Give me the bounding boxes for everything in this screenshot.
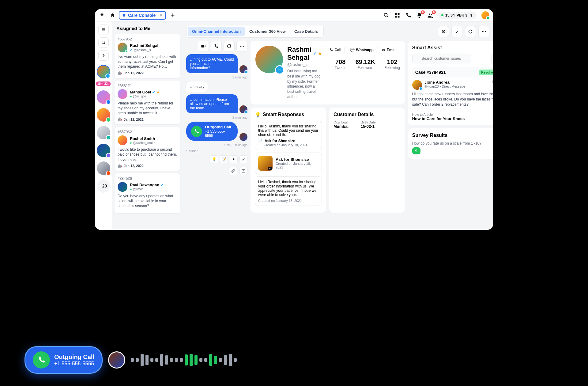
case-card[interactable]: #557962 Rachel Smith● @rachel_smith I wo… (115, 127, 180, 171)
call-button[interactable] (211, 41, 222, 52)
add-tab-button[interactable]: + (168, 11, 177, 20)
assist-search-input[interactable] (412, 54, 471, 63)
attach-button[interactable] (229, 167, 237, 175)
smart-responses-card: 💡Smart Responses Hello Rashmi, thank you… (251, 108, 326, 213)
dots-icon (481, 29, 486, 34)
svg-point-8 (482, 31, 483, 32)
template-button[interactable] (239, 167, 247, 175)
refresh-chat-button[interactable] (224, 41, 235, 52)
refresh-icon (468, 29, 473, 34)
status-workspace: PBK 3 (457, 13, 467, 17)
tab-omni[interactable]: Omni-Channel Interaction (188, 27, 245, 36)
case-avatar (118, 182, 127, 192)
user-avatar[interactable] (481, 11, 489, 19)
verified-icon: ✔ (152, 90, 155, 94)
followers-count: 69.12K (356, 59, 375, 66)
close-tab-button[interactable]: ✕ (159, 13, 163, 18)
wand-icon (454, 29, 459, 34)
whatsapp-icon: ● (130, 141, 132, 145)
hamburger-icon (101, 27, 106, 32)
notes-button[interactable]: 📝 (220, 155, 228, 163)
tab-case[interactable]: Case Details (290, 27, 322, 36)
howto-label: How to Article (412, 113, 493, 116)
howto-title[interactable]: How to Care for Your Shoes (412, 116, 493, 121)
menu-button[interactable] (98, 25, 109, 35)
apps-button[interactable] (394, 12, 400, 18)
brand-button[interactable]: ✦ (230, 155, 238, 163)
status-badge: Resolved (479, 70, 493, 75)
magic-button[interactable] (451, 26, 462, 37)
case-avatar (118, 43, 127, 52)
pop-out-button[interactable] (438, 26, 449, 37)
conversation-avatar[interactable] (97, 144, 110, 157)
people-button[interactable]: 8 (427, 12, 433, 18)
global-search-button[interactable] (383, 12, 389, 18)
verified-icon: ✔ (160, 183, 164, 187)
svg-point-10 (485, 31, 486, 32)
typing-label: Sprinklr (186, 149, 247, 153)
notifications-button[interactable]: 8 (416, 12, 422, 18)
status-pill[interactable]: 15:34 PBK 3 (438, 12, 477, 19)
email-contact-button[interactable]: ✉Email (379, 46, 400, 54)
doc-icon: 📄 (258, 139, 263, 143)
more-conversations[interactable]: +20 (97, 179, 110, 193)
refresh-button[interactable] (465, 26, 476, 37)
conversation-avatar-active[interactable] (97, 65, 110, 78)
sprinklr-logo-icon (99, 12, 105, 19)
survey-score: 9 (412, 147, 420, 154)
left-rail: 10m 32s +20 (95, 21, 112, 230)
email-icon: ✉ (382, 48, 385, 52)
suggest-button[interactable]: 💡 (210, 155, 218, 163)
twitter-overlay-icon: 🐦 (275, 65, 284, 74)
assigned-panel: Assigned to Me #557962 Rashmi Sehgal✔ @r… (112, 21, 183, 230)
whatsapp-contact-button[interactable]: 💬Whatsapp (347, 46, 377, 54)
lightbulb-icon: 💡 (255, 112, 261, 118)
call-contact-button[interactable]: Call (326, 46, 345, 54)
conversation-avatar[interactable] (97, 90, 110, 104)
tab-label: Care Console (128, 13, 156, 18)
case-id: #557962 (118, 130, 177, 134)
conversation-avatar[interactable] (97, 161, 110, 175)
case-card[interactable]: #688121 Mansi Goel ✔ ★● @m_goel Please h… (115, 81, 180, 125)
response-suggestion[interactable]: Ask for Shoe sizeCreated on January 18, … (255, 153, 322, 174)
agent-avatar (239, 133, 247, 141)
assist-filter-button[interactable] (491, 54, 493, 64)
grid-icon (394, 12, 400, 18)
active-tab-chip[interactable]: Care Console ✕ (119, 11, 166, 20)
more-button[interactable] (478, 26, 489, 37)
whatsapp-icon: 💬 (350, 48, 355, 52)
case-body: I've worn out my running shoes with so m… (118, 54, 177, 69)
gold-badge-icon: ★ (156, 90, 160, 94)
status-time: 15:34 (445, 13, 455, 17)
whatsapp-icon: ● (130, 187, 132, 191)
case-card[interactable]: #557962 Rashmi Sehgal✔ @rashmi_s I've wo… (115, 34, 180, 78)
expand-button[interactable]: ⤢ (239, 155, 247, 163)
case-user-name: Rachel Smith (130, 136, 155, 141)
conversation-avatar[interactable] (97, 108, 110, 122)
outgoing-message: …ning out to ACME. Could you …r account … (186, 54, 238, 73)
panel-title: Assigned to Me (115, 25, 180, 34)
response-suggestion[interactable]: Hello Rashmi, thank you for sharing your… (255, 176, 322, 206)
rail-expand-button[interactable] (98, 50, 109, 61)
rail-search-button[interactable] (98, 37, 109, 48)
case-card[interactable]: #884536 Ravi Dewangan ✔● @ravid Do you h… (115, 173, 180, 214)
dots-icon (239, 44, 244, 49)
svg-rect-3 (395, 16, 397, 17)
video-icon (201, 44, 206, 49)
svg-point-13 (243, 46, 244, 47)
tab-c360[interactable]: Customer 360 View (245, 27, 290, 36)
wifi-icon (469, 13, 473, 17)
chat-more-button[interactable] (236, 41, 247, 52)
assist-user-avatar (412, 80, 422, 90)
profile-section: 🐦 Rashmi Sehgal ✔ ★ @rashmi_s Out here l… (251, 41, 405, 226)
conversation-avatar[interactable] (97, 126, 110, 139)
svg-point-11 (240, 46, 241, 47)
customer-details-card: Customer Details City/TownMumbai Birth D… (329, 108, 405, 213)
phone-icon (194, 129, 199, 134)
app-window: Care Console ✕ + 8 8 15:3 (95, 9, 493, 230)
main-column: Omni-Channel Interaction Customer 360 Vi… (183, 21, 493, 230)
home-button[interactable] (108, 11, 117, 20)
video-button[interactable] (198, 41, 209, 52)
response-suggestion[interactable]: Hello Rashmi, thank you for sharing this… (255, 121, 322, 150)
dialer-button[interactable] (405, 12, 411, 18)
